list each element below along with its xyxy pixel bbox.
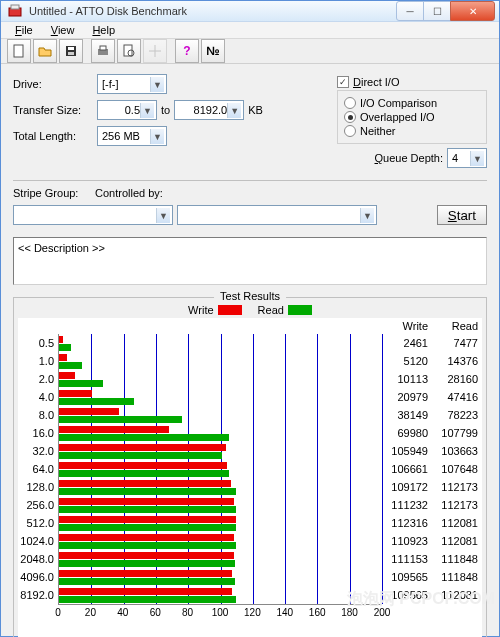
chart: Write Read 0.51.02.04.08.016.032.064.012…	[18, 318, 482, 637]
transfer-size-label: Transfer Size:	[13, 104, 93, 116]
controlled-by-select[interactable]	[177, 205, 377, 225]
to-label: to	[161, 104, 170, 116]
io-comparison-radio[interactable]	[344, 97, 356, 109]
chart-legend: Write Read	[18, 304, 482, 316]
transfer-to-select[interactable]: 8192.0	[174, 100, 244, 120]
content-area: Drive: [-f-] Transfer Size: 0.5 to 8192.…	[1, 64, 499, 637]
minimize-button[interactable]: ─	[396, 1, 424, 21]
transfer-from-select[interactable]: 0.5	[97, 100, 157, 120]
save-button[interactable]	[59, 39, 83, 63]
drive-select[interactable]: [-f-]	[97, 74, 167, 94]
close-button[interactable]: ✕	[450, 1, 495, 21]
titlebar[interactable]: Untitled - ATTO Disk Benchmark ─ ☐ ✕	[1, 1, 499, 22]
window-title: Untitled - ATTO Disk Benchmark	[29, 5, 397, 17]
stripe-group-label: Stripe Group:	[13, 187, 91, 199]
preview-button[interactable]	[117, 39, 141, 63]
menubar: File View Help	[1, 22, 499, 39]
print-button[interactable]	[91, 39, 115, 63]
description-box[interactable]: << Description >>	[13, 237, 487, 285]
queue-depth-label: Queue Depth:	[375, 152, 444, 164]
neither-radio[interactable]	[344, 125, 356, 137]
svg-rect-7	[100, 46, 106, 50]
menu-file[interactable]: File	[7, 22, 41, 38]
drive-label: Drive:	[13, 78, 93, 90]
queue-depth-select[interactable]: 4	[447, 148, 487, 168]
kb-label: KB	[248, 104, 263, 116]
new-button[interactable]	[7, 39, 31, 63]
direct-io-checkbox[interactable]	[337, 76, 349, 88]
test-results-title: Test Results	[214, 290, 286, 302]
stripe-group-select[interactable]	[13, 205, 173, 225]
menu-help[interactable]: Help	[84, 22, 123, 38]
io-mode-group: I/O Comparison Overlapped I/O Neither	[337, 90, 487, 144]
maximize-button[interactable]: ☐	[423, 1, 451, 21]
test-results-panel: Test Results Write Read Write Read 0.51.…	[13, 297, 487, 637]
svg-rect-4	[68, 47, 74, 50]
read-swatch	[288, 305, 312, 315]
overlapped-io-radio[interactable]	[344, 111, 356, 123]
svg-rect-1	[11, 5, 19, 9]
write-swatch	[218, 305, 242, 315]
app-icon	[7, 3, 23, 19]
move-button[interactable]	[143, 39, 167, 63]
controlled-by-label: Controlled by:	[95, 187, 185, 199]
toolbar: ? №	[1, 39, 499, 64]
svg-rect-5	[68, 52, 74, 55]
app-window: Untitled - ATTO Disk Benchmark ─ ☐ ✕ Fil…	[0, 0, 500, 637]
total-length-select[interactable]: 256 MB	[97, 126, 167, 146]
direct-io-label: Direct I/O	[353, 76, 399, 88]
svg-rect-2	[14, 45, 23, 57]
total-length-label: Total Length:	[13, 130, 93, 142]
open-button[interactable]	[33, 39, 57, 63]
start-button[interactable]: Start	[437, 205, 487, 225]
about-button[interactable]: №	[201, 39, 225, 63]
menu-view[interactable]: View	[43, 22, 83, 38]
help-button[interactable]: ?	[175, 39, 199, 63]
